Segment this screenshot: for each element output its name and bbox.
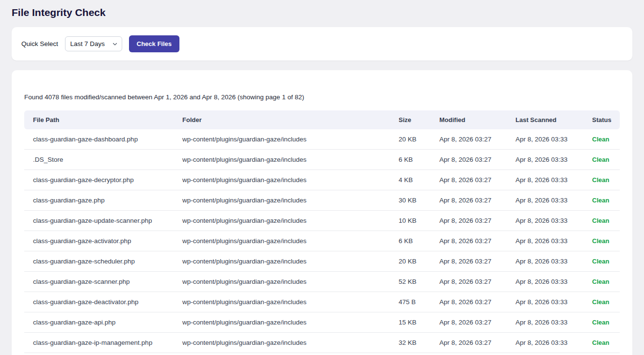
quick-select-label: Quick Select bbox=[21, 40, 58, 47]
last-scanned-cell: Apr 8, 2026 03:33 bbox=[507, 333, 583, 353]
table-row: class-guardian-gaze-scheduler.phpwp-cont… bbox=[24, 251, 620, 272]
table-row: class-guardian-gaze-deactivator.phpwp-co… bbox=[24, 292, 620, 312]
size-cell: 30 KB bbox=[390, 190, 431, 211]
column-header-status: Status bbox=[583, 110, 620, 129]
size-cell: 475 B bbox=[390, 292, 431, 312]
file-path-cell: class-guardian-gaze-deactivator.php bbox=[24, 292, 174, 312]
file-path-cell: class-guardian-gaze-activator.php bbox=[24, 231, 174, 251]
quick-select-wrapper: Last 7 Days bbox=[65, 36, 122, 51]
file-path-cell: class-guardian-gaze.php bbox=[24, 190, 174, 211]
quick-select-card: Quick Select Last 7 Days Check Files bbox=[12, 27, 632, 61]
column-header-modified: Modified bbox=[431, 110, 507, 129]
size-cell: 6 KB bbox=[390, 150, 431, 170]
folder-cell: wp-content/plugins/guardian-gaze/include… bbox=[174, 190, 390, 211]
file-path-cell: class-guardian-gaze-dashboard.php bbox=[24, 129, 174, 150]
modified-cell: Apr 8, 2026 03:27 bbox=[431, 190, 507, 211]
table-row: class-guardian-gaze-decryptor.phpwp-cont… bbox=[24, 170, 620, 190]
last-scanned-cell: Apr 8, 2026 03:33 bbox=[507, 129, 583, 150]
modified-cell: Apr 8, 2026 03:27 bbox=[431, 272, 507, 292]
table-body: class-guardian-gaze-dashboard.phpwp-cont… bbox=[24, 129, 620, 353]
size-cell: 10 KB bbox=[390, 211, 431, 231]
last-scanned-cell: Apr 8, 2026 03:33 bbox=[507, 150, 583, 170]
status-cell: Clean bbox=[583, 211, 620, 231]
modified-cell: Apr 8, 2026 03:27 bbox=[431, 231, 507, 251]
status-cell: Clean bbox=[583, 129, 620, 150]
status-cell: Clean bbox=[583, 312, 620, 333]
status-cell: Clean bbox=[583, 150, 620, 170]
status-cell: Clean bbox=[583, 292, 620, 312]
size-cell: 15 KB bbox=[390, 312, 431, 333]
table-row: class-guardian-gaze-ip-management.phpwp-… bbox=[24, 333, 620, 353]
folder-cell: wp-content/plugins/guardian-gaze/include… bbox=[174, 251, 390, 272]
last-scanned-cell: Apr 8, 2026 03:33 bbox=[507, 231, 583, 251]
folder-cell: wp-content/plugins/guardian-gaze/include… bbox=[174, 211, 390, 231]
size-cell: 20 KB bbox=[390, 129, 431, 150]
status-cell: Clean bbox=[583, 231, 620, 251]
check-files-button[interactable]: Check Files bbox=[129, 35, 179, 52]
table-header-row: File PathFolderSizeModifiedLast ScannedS… bbox=[24, 110, 620, 129]
modified-cell: Apr 8, 2026 03:27 bbox=[431, 312, 507, 333]
folder-cell: wp-content/plugins/guardian-gaze/include… bbox=[174, 231, 390, 251]
folder-cell: wp-content/plugins/guardian-gaze/include… bbox=[174, 170, 390, 190]
results-card: Found 4078 files modified/scanned betwee… bbox=[12, 70, 632, 355]
table-row: .DS_Storewp-content/plugins/guardian-gaz… bbox=[24, 150, 620, 170]
results-summary: Found 4078 files modified/scanned betwee… bbox=[24, 93, 620, 101]
file-path-cell: class-guardian-gaze-ip-management.php bbox=[24, 333, 174, 353]
file-path-cell: class-guardian-gaze-api.php bbox=[24, 312, 174, 333]
status-cell: Clean bbox=[583, 333, 620, 353]
size-cell: 6 KB bbox=[390, 231, 431, 251]
table-row: class-guardian-gaze.phpwp-content/plugin… bbox=[24, 190, 620, 211]
last-scanned-cell: Apr 8, 2026 03:33 bbox=[507, 190, 583, 211]
column-header-file-path: File Path bbox=[24, 110, 174, 129]
column-header-last-scanned: Last Scanned bbox=[507, 110, 583, 129]
folder-cell: wp-content/plugins/guardian-gaze/include… bbox=[174, 292, 390, 312]
modified-cell: Apr 8, 2026 03:27 bbox=[431, 170, 507, 190]
table-header: File PathFolderSizeModifiedLast ScannedS… bbox=[24, 110, 620, 129]
file-path-cell: class-guardian-gaze-scheduler.php bbox=[24, 251, 174, 272]
last-scanned-cell: Apr 8, 2026 03:33 bbox=[507, 312, 583, 333]
file-path-cell: .DS_Store bbox=[24, 150, 174, 170]
table-row: class-guardian-gaze-api.phpwp-content/pl… bbox=[24, 312, 620, 333]
modified-cell: Apr 8, 2026 03:27 bbox=[431, 292, 507, 312]
modified-cell: Apr 8, 2026 03:27 bbox=[431, 211, 507, 231]
size-cell: 4 KB bbox=[390, 170, 431, 190]
modified-cell: Apr 8, 2026 03:27 bbox=[431, 251, 507, 272]
file-path-cell: class-guardian-gaze-update-scanner.php bbox=[24, 211, 174, 231]
size-cell: 32 KB bbox=[390, 333, 431, 353]
table-row: class-guardian-gaze-scanner.phpwp-conten… bbox=[24, 272, 620, 292]
last-scanned-cell: Apr 8, 2026 03:33 bbox=[507, 170, 583, 190]
modified-cell: Apr 8, 2026 03:27 bbox=[431, 150, 507, 170]
modified-cell: Apr 8, 2026 03:27 bbox=[431, 129, 507, 150]
folder-cell: wp-content/plugins/guardian-gaze/include… bbox=[174, 129, 390, 150]
files-table: File PathFolderSizeModifiedLast ScannedS… bbox=[24, 110, 620, 353]
modified-cell: Apr 8, 2026 03:27 bbox=[431, 333, 507, 353]
column-header-folder: Folder bbox=[174, 110, 390, 129]
status-cell: Clean bbox=[583, 190, 620, 211]
size-cell: 20 KB bbox=[390, 251, 431, 272]
file-path-cell: class-guardian-gaze-decryptor.php bbox=[24, 170, 174, 190]
status-cell: Clean bbox=[583, 272, 620, 292]
folder-cell: wp-content/plugins/guardian-gaze/include… bbox=[174, 150, 390, 170]
last-scanned-cell: Apr 8, 2026 03:33 bbox=[507, 292, 583, 312]
last-scanned-cell: Apr 8, 2026 03:33 bbox=[507, 211, 583, 231]
status-cell: Clean bbox=[583, 251, 620, 272]
page: File Integrity Check Quick Select Last 7… bbox=[0, 0, 644, 355]
folder-cell: wp-content/plugins/guardian-gaze/include… bbox=[174, 333, 390, 353]
folder-cell: wp-content/plugins/guardian-gaze/include… bbox=[174, 312, 390, 333]
file-path-cell: class-guardian-gaze-scanner.php bbox=[24, 272, 174, 292]
last-scanned-cell: Apr 8, 2026 03:33 bbox=[507, 251, 583, 272]
table-row: class-guardian-gaze-activator.phpwp-cont… bbox=[24, 231, 620, 251]
size-cell: 52 KB bbox=[390, 272, 431, 292]
quick-select-dropdown[interactable]: Last 7 Days bbox=[65, 36, 122, 51]
table-row: class-guardian-gaze-dashboard.phpwp-cont… bbox=[24, 129, 620, 150]
last-scanned-cell: Apr 8, 2026 03:33 bbox=[507, 272, 583, 292]
folder-cell: wp-content/plugins/guardian-gaze/include… bbox=[174, 272, 390, 292]
page-title: File Integrity Check bbox=[12, 5, 632, 27]
column-header-size: Size bbox=[390, 110, 431, 129]
table-row: class-guardian-gaze-update-scanner.phpwp… bbox=[24, 211, 620, 231]
status-cell: Clean bbox=[583, 170, 620, 190]
